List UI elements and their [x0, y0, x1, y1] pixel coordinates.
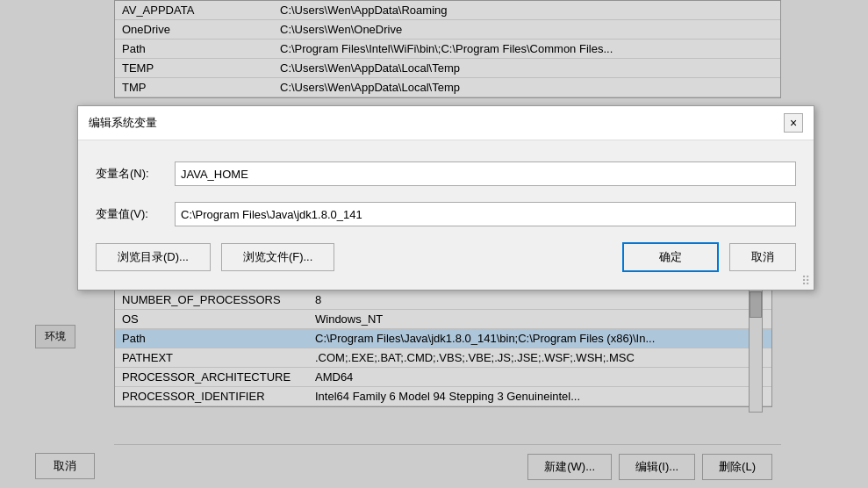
- var-value-row: 变量值(V):: [96, 202, 796, 226]
- dialog-buttons-row: 浏览目录(D)... 浏览文件(F)... 确定 取消: [96, 242, 796, 272]
- var-value-input[interactable]: [175, 202, 796, 226]
- var-value-label: 变量值(V):: [96, 206, 175, 222]
- ok-button[interactable]: 确定: [622, 242, 719, 272]
- dialog-title: 编辑系统变量: [89, 115, 157, 131]
- browse-file-button[interactable]: 浏览文件(F)...: [221, 243, 334, 271]
- dialog-body: 变量名(N): 变量值(V): 浏览目录(D)... 浏览文件(F)... 确定…: [78, 140, 814, 290]
- var-name-input[interactable]: [175, 161, 796, 186]
- var-name-row: 变量名(N):: [96, 161, 796, 186]
- browse-dir-button[interactable]: 浏览目录(D)...: [96, 243, 211, 271]
- resize-handle: ⠿: [801, 274, 810, 288]
- var-name-label: 变量名(N):: [96, 166, 175, 182]
- dialog-close-button[interactable]: ×: [784, 113, 803, 133]
- edit-system-variable-dialog: 编辑系统变量 × 变量名(N): 变量值(V): 浏览目录(D)... 浏览文件…: [77, 105, 814, 291]
- dialog-titlebar: 编辑系统变量 ×: [78, 106, 814, 140]
- dialog-cancel-button[interactable]: 取消: [729, 243, 796, 271]
